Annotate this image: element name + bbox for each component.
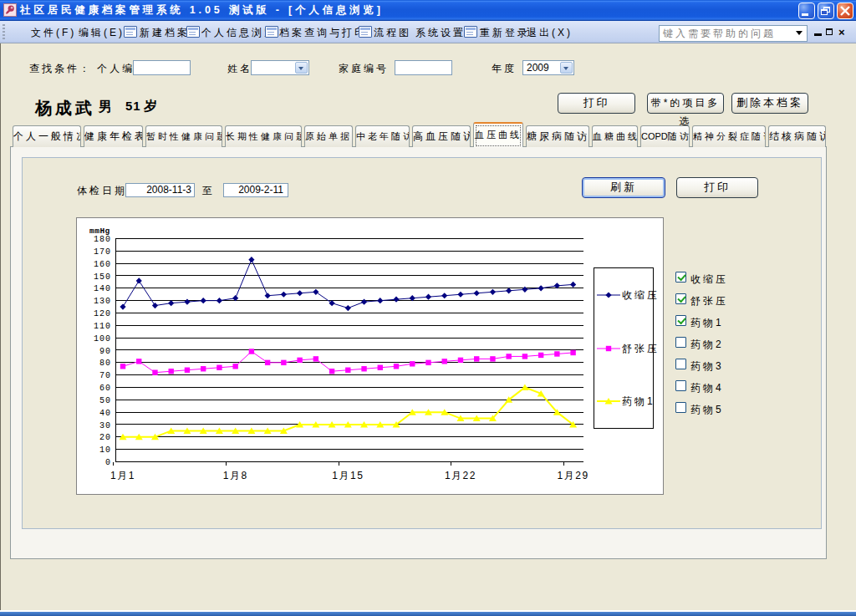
svg-text:mmHg: mmHg xyxy=(89,227,110,236)
svg-text:1月15: 1月15 xyxy=(332,470,364,481)
svg-text:10: 10 xyxy=(99,445,111,455)
svg-text:1月8: 1月8 xyxy=(223,470,248,481)
svg-text:140: 140 xyxy=(94,284,111,293)
svg-text:120: 120 xyxy=(94,309,111,318)
svg-text:60: 60 xyxy=(99,384,111,393)
svg-text:150: 150 xyxy=(94,272,111,282)
svg-text:130: 130 xyxy=(94,297,111,306)
svg-text:100: 100 xyxy=(94,334,111,344)
svg-text:90: 90 xyxy=(99,347,111,356)
svg-text:80: 80 xyxy=(99,359,111,368)
svg-text:180: 180 xyxy=(94,235,111,244)
svg-text:药物1: 药物1 xyxy=(622,395,655,407)
svg-text:50: 50 xyxy=(99,396,111,405)
svg-text:收缩压: 收缩压 xyxy=(622,289,660,301)
svg-text:160: 160 xyxy=(94,260,111,269)
svg-text:40: 40 xyxy=(99,409,111,418)
svg-text:1月22: 1月22 xyxy=(445,470,476,481)
svg-text:舒张压: 舒张压 xyxy=(622,343,660,354)
svg-text:70: 70 xyxy=(99,371,111,380)
svg-text:30: 30 xyxy=(99,421,111,430)
svg-text:110: 110 xyxy=(94,322,111,331)
svg-text:0: 0 xyxy=(105,458,111,467)
svg-text:20: 20 xyxy=(99,433,111,442)
svg-text:170: 170 xyxy=(94,247,111,257)
svg-text:1月1: 1月1 xyxy=(110,470,135,481)
svg-text:1月29: 1月29 xyxy=(558,470,589,481)
